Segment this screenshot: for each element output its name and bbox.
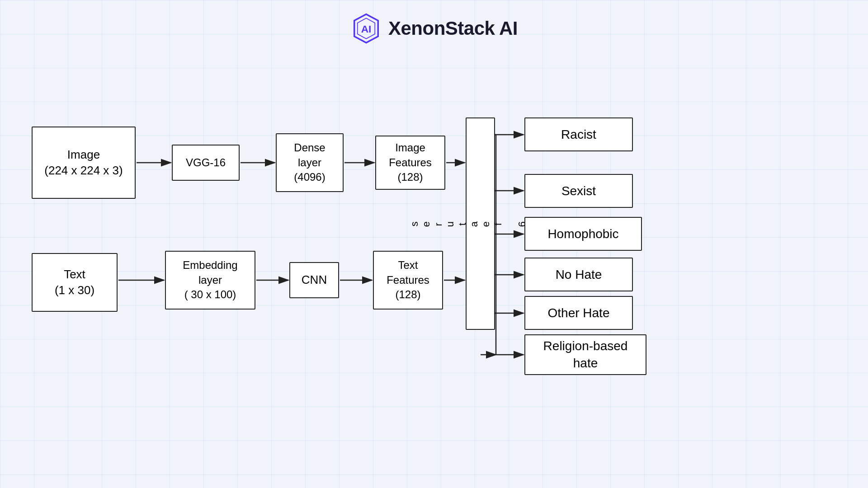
religion-output-box: Religion-based hate <box>524 334 646 375</box>
features-256-box: 256features <box>466 117 495 330</box>
diagram: Image (224 x 224 x 3) VGG-16 Dense layer… <box>32 72 683 389</box>
image-features-box: Image Features (128) <box>375 136 445 190</box>
otherhate-output-box: Other Hate <box>524 296 633 330</box>
logo-text: XenonStack AI <box>388 18 518 39</box>
nohate-output-box: No Hate <box>524 258 633 291</box>
text-input-box: Text (1 x 30) <box>32 253 118 312</box>
header: AI XenonStack AI <box>0 0 868 44</box>
page: AI XenonStack AI <box>0 0 868 488</box>
homophobic-output-box: Homophobic <box>524 217 642 251</box>
image-input-box: Image (224 x 224 x 3) <box>32 127 136 199</box>
embedding-layer-box: Embedding layer ( 30 x 100) <box>165 251 255 310</box>
cnn-box: CNN <box>289 262 339 298</box>
racist-output-box: Racist <box>524 117 633 151</box>
xenonstack-logo-icon: AI <box>350 13 382 44</box>
text-features-box: Text Features (128) <box>373 251 443 310</box>
sexist-output-box: Sexist <box>524 174 633 208</box>
dense-layer-box: Dense layer (4096) <box>276 133 344 192</box>
vgg16-box: VGG-16 <box>172 145 240 181</box>
svg-text:AI: AI <box>361 23 372 35</box>
